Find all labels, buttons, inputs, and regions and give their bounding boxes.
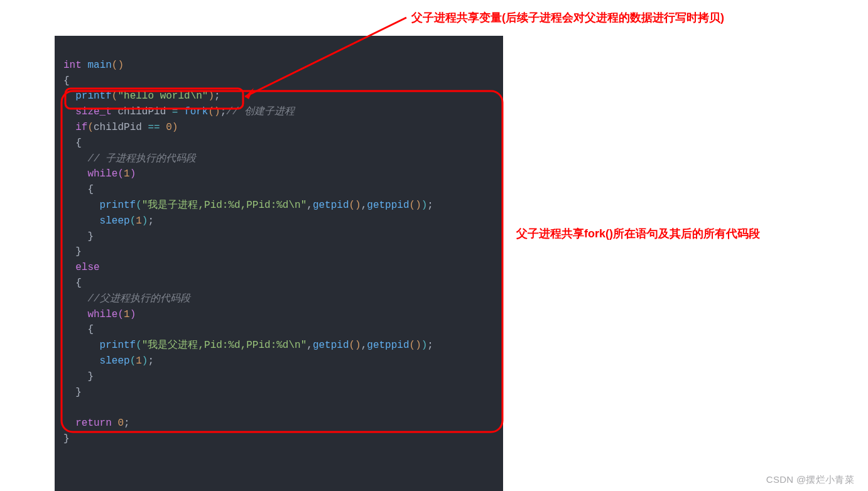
paren-close: )	[172, 122, 178, 133]
fn-fork: fork	[184, 106, 208, 117]
paren-close: )	[208, 90, 214, 102]
paren-open: (	[136, 340, 142, 351]
watermark-text: CSDN @摆烂小青菜	[766, 474, 854, 486]
code-line: {	[63, 138, 82, 149]
type-size_t: size_t	[75, 106, 112, 117]
code-block: int main() { printf("hello world\n"); si…	[55, 36, 503, 491]
comma: ,	[361, 340, 367, 351]
kw-while: while	[87, 168, 117, 180]
op-eq: ==	[148, 122, 160, 133]
paren-close: )	[421, 340, 428, 351]
num-one: 1	[124, 168, 130, 180]
code-line: sleep(1);	[63, 355, 154, 367]
paren-open: (	[112, 60, 118, 71]
num-zero: 0	[166, 122, 172, 133]
code-line: return 0;	[63, 418, 130, 429]
fn-getppid: getppid	[367, 200, 409, 211]
string-literal: "我是父进程,Pid:%d,PPid:%d\n"	[142, 340, 307, 351]
code-line: printf("我是父进程,Pid:%d,PPid:%d\n",getpid()…	[63, 340, 433, 351]
brace-close: }	[75, 246, 82, 257]
num-zero: 0	[117, 418, 124, 429]
code-line: }	[63, 387, 82, 398]
num-one: 1	[124, 309, 130, 320]
brace-open: {	[63, 75, 70, 87]
fn-printf: printf	[100, 200, 136, 211]
kw-else: else	[75, 262, 99, 273]
code-line: printf("我是子进程,Pid:%d,PPid:%d\n",getpid()…	[63, 200, 433, 211]
paren-open: (	[410, 200, 416, 211]
comma: ,	[361, 200, 367, 211]
code-line: }	[63, 231, 94, 242]
paren-close: )	[130, 309, 136, 320]
paren-open: (	[208, 106, 214, 117]
num-one: 1	[136, 215, 142, 227]
code-line: {	[63, 184, 94, 195]
code-line: }	[63, 433, 70, 445]
var-childpid: childPid	[94, 122, 142, 133]
paren-open: (	[410, 340, 416, 351]
paren-close: )	[214, 106, 220, 117]
comma: ,	[307, 200, 313, 211]
var-childpid: childPid	[117, 106, 166, 117]
paren-close: )	[421, 200, 428, 211]
string-literal: "hello world\n"	[117, 90, 208, 102]
paren-close: )	[142, 215, 148, 227]
comma: ,	[307, 340, 313, 351]
keyword-int: int	[63, 60, 82, 71]
brace-close: }	[75, 387, 82, 398]
code-line: {	[63, 324, 94, 335]
paren-close: )	[415, 200, 421, 211]
op-assign: =	[172, 106, 178, 117]
comment: // 创建子进程	[226, 106, 295, 117]
brace-open: {	[87, 184, 94, 195]
fn-sleep: sleep	[100, 355, 130, 367]
code-line: }	[63, 246, 82, 257]
paren-close: )	[130, 168, 136, 180]
code-line: while(1)	[63, 309, 136, 320]
paren-close: )	[117, 60, 124, 71]
comment: //父进程执行的代码段	[87, 293, 190, 305]
paren-open: (	[136, 200, 142, 211]
brace-close: }	[63, 433, 70, 445]
paren-open: (	[117, 168, 124, 180]
kw-while: while	[87, 309, 117, 320]
code-line: int main()	[63, 60, 124, 71]
code-line: while(1)	[63, 168, 136, 180]
annotation-right-text: 父子进程共享fork()所在语句及其后的所有代码段	[516, 226, 760, 241]
code-line: {	[63, 278, 82, 289]
paren-open: (	[349, 340, 355, 351]
paren-close: )	[415, 340, 421, 351]
paren-open: (	[117, 309, 124, 320]
paren-open: (	[112, 90, 118, 102]
fn-sleep: sleep	[100, 215, 130, 227]
paren-open: (	[349, 200, 355, 211]
paren-close: )	[142, 355, 148, 367]
comment: // 子进程执行的代码段	[87, 153, 196, 165]
paren-open: (	[130, 355, 136, 367]
string-literal: "我是子进程,Pid:%d,PPid:%d\n"	[142, 200, 307, 211]
brace-close: }	[87, 231, 94, 242]
annotation-top-text: 父子进程共享变量(后续子进程会对父进程的数据进行写时拷贝)	[411, 10, 724, 25]
brace-open: {	[87, 324, 94, 335]
fn-getpid: getpid	[313, 200, 349, 211]
fn-getppid: getppid	[367, 340, 409, 351]
code-line: {	[63, 75, 70, 87]
brace-close: }	[87, 371, 94, 382]
code-line: size_t childPid = fork();// 创建子进程	[63, 106, 295, 117]
kw-return: return	[75, 418, 112, 429]
paren-close: )	[355, 340, 361, 351]
code-line: if(childPid == 0)	[63, 122, 178, 133]
fn-printf: printf	[75, 90, 112, 102]
fn-printf: printf	[100, 340, 136, 351]
paren-open: (	[87, 122, 94, 133]
code-line: else	[63, 262, 100, 273]
code-line: // 子进程执行的代码段	[63, 153, 196, 165]
paren-close: )	[355, 200, 361, 211]
num-one: 1	[136, 355, 142, 367]
code-line: printf("hello world\n");	[63, 90, 220, 102]
kw-if: if	[75, 122, 87, 133]
fn-getpid: getpid	[313, 340, 349, 351]
code-line: //父进程执行的代码段	[63, 293, 190, 305]
paren-open: (	[130, 215, 136, 227]
brace-open: {	[75, 278, 82, 289]
